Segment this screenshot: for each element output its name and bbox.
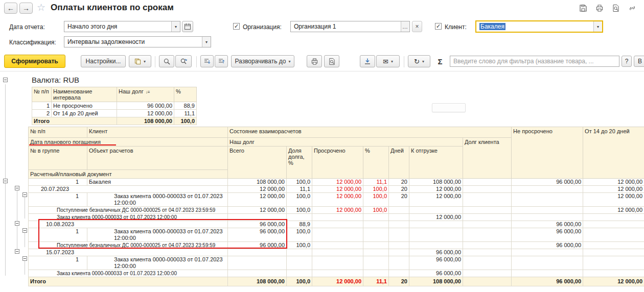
search-button[interactable]	[159, 55, 174, 67]
collapse-groups-button[interactable]	[215, 55, 228, 67]
row-label[interactable]: Заказ клиента 0000-000033 от 01.07.2023 …	[87, 193, 228, 207]
cell-dney[interactable]	[389, 214, 409, 221]
cell-dney[interactable]: 20	[389, 193, 409, 207]
cell-otgr[interactable]: 96 000,00	[409, 249, 463, 256]
cell-vsego[interactable]: 96 000,00	[228, 242, 287, 249]
cell-otgr[interactable]	[409, 228, 463, 242]
organization-clear-button[interactable]: ×	[412, 21, 422, 32]
cell-nepr[interactable]	[512, 270, 583, 277]
cell-o1420[interactable]	[583, 242, 644, 249]
table-row[interactable]: Заказ клиента 0000-000033 от 01.07.2023 …	[29, 214, 644, 221]
cell-dolgkl[interactable]	[463, 270, 512, 277]
cell-dolya[interactable]: 100,0	[287, 193, 312, 207]
back-button[interactable]: ←	[4, 3, 17, 14]
summary-row[interactable]: 2 От 14 до 20 дней 12 000,00 11,1	[32, 110, 197, 117]
tree-collapse-button[interactable]	[22, 192, 27, 197]
cell-dolya[interactable]: 100,0	[287, 228, 312, 242]
cell-pct[interactable]: 100,0	[363, 186, 389, 193]
report-date-field[interactable]: Начало этого дня ▾	[64, 21, 180, 32]
cell-dolya[interactable]: 100,0	[287, 242, 312, 249]
summary-total-row[interactable]: Итого 108 000,00 100,0	[32, 117, 197, 125]
tree-collapse-button[interactable]	[22, 228, 27, 233]
row-number[interactable]: 1	[29, 179, 87, 186]
cell-pct[interactable]	[363, 256, 389, 270]
total-dolgkl[interactable]	[463, 277, 512, 286]
summary-row[interactable]: 1 Не просрочено 96 000,00 88,9	[32, 102, 197, 110]
cell-o1420[interactable]: 12 000,00	[583, 186, 644, 193]
cell-dolgkl[interactable]	[463, 179, 512, 186]
cell-pct[interactable]	[363, 242, 389, 249]
cell-dney[interactable]	[389, 221, 409, 228]
cell-dolgkl[interactable]	[463, 256, 512, 270]
cell-dolgkl[interactable]	[463, 193, 512, 207]
table-row[interactable]: 1Бакалея108 000,00100,012 000,0011,12010…	[29, 179, 644, 186]
cell-otgr[interactable]: 96 000,00	[409, 270, 463, 277]
cell-dney[interactable]	[389, 256, 409, 270]
get-link-button[interactable]	[626, 3, 639, 14]
cell-o1420[interactable]	[583, 228, 644, 242]
print-icon-button[interactable]	[593, 3, 606, 14]
cell-prosr[interactable]: 12 000,00	[312, 207, 363, 214]
row-number[interactable]: 1	[29, 256, 87, 270]
row-label[interactable]: Заказ клиента 0000-000033 от 01.07.2023 …	[87, 256, 228, 270]
summary-pct[interactable]: 11,1	[174, 110, 197, 117]
cell-nepr[interactable]	[512, 186, 583, 193]
cell-prosr[interactable]: 12 000,00	[312, 186, 363, 193]
cell-dolgkl[interactable]	[463, 221, 512, 228]
cell-nepr[interactable]	[512, 193, 583, 207]
cell-nepr[interactable]: 96 000,00	[512, 221, 583, 228]
table-row[interactable]: 1Заказ клиента 0000-000033 от 01.07.2023…	[29, 228, 644, 242]
row-label[interactable]: Заказ клиента 0000-000033 от 01.07.2023 …	[87, 228, 228, 242]
help-button[interactable]: ?	[622, 56, 632, 67]
cell-nepr[interactable]: 96 000,00	[512, 228, 583, 242]
execute-button[interactable]: В	[634, 56, 644, 67]
organization-choose-button[interactable]: …	[401, 21, 409, 32]
reset-search-button[interactable]	[175, 55, 192, 67]
cell-o1420[interactable]	[583, 270, 644, 277]
summary-total-pct[interactable]: 100,0	[174, 117, 197, 125]
cell-dney[interactable]	[389, 242, 409, 249]
cell-vsego[interactable]: 96 000,00	[228, 228, 287, 242]
cell-o1420[interactable]	[583, 221, 644, 228]
cell-o1420[interactable]	[583, 256, 644, 270]
filter-input[interactable]	[450, 56, 619, 67]
table-row[interactable]: Заказ клиента 0000-000033 от 01.07.2023 …	[29, 270, 644, 277]
cell-o1420[interactable]	[583, 214, 644, 221]
cell-vsego[interactable]: 12 000,00	[228, 186, 287, 193]
table-row[interactable]: Поступление безналичных ДС 0000-000025 о…	[29, 242, 644, 249]
cell-pct[interactable]: 11,1	[363, 179, 389, 186]
cell-dolgkl[interactable]	[463, 207, 512, 214]
cell-o1420[interactable]: 12 000,00	[583, 193, 644, 207]
row-label[interactable]: Заказ клиента 0000-000033 от 01.07.2023 …	[29, 270, 228, 277]
row-label[interactable]: Бакалея	[87, 179, 228, 186]
refresh-button[interactable]: ↻ ▾	[408, 55, 430, 67]
cell-otgr[interactable]: 12 000,00	[409, 214, 463, 221]
cell-vsego[interactable]: 12 000,00	[228, 193, 287, 207]
classification-dropdown[interactable]: ▾	[202, 37, 211, 47]
summary-pct[interactable]: 88,9	[174, 102, 197, 110]
cell-pct[interactable]: 100,0	[363, 207, 389, 214]
settings-button[interactable]: Настройки...	[81, 55, 126, 67]
cell-nepr[interactable]	[512, 249, 583, 256]
classification-field[interactable]: Интервалы задолженности ▾	[64, 36, 211, 47]
cell-pct[interactable]	[363, 221, 389, 228]
cell-dney[interactable]: 20	[389, 186, 409, 193]
summary-name[interactable]: От 14 до 20 дней	[52, 110, 117, 117]
summary-num[interactable]: 2	[32, 110, 52, 117]
expand-groups-button[interactable]	[200, 55, 214, 67]
cell-nepr[interactable]	[512, 207, 583, 214]
summary-debt[interactable]: 12 000,00	[117, 110, 174, 117]
table-row[interactable]: 10.08.202396 000,0088,996 000,00	[29, 221, 644, 228]
cell-dney[interactable]: 20	[389, 179, 409, 186]
total-dolya[interactable]: 100,0	[287, 277, 312, 286]
tree-collapse-button[interactable]	[15, 249, 19, 254]
cell-vsego[interactable]	[228, 249, 287, 256]
cell-dolya[interactable]	[287, 270, 312, 277]
find-in-report-button[interactable]	[609, 3, 623, 14]
cell-nepr[interactable]: 96 000,00	[512, 242, 583, 249]
cell-dolya[interactable]	[287, 249, 312, 256]
tree-collapse-button[interactable]	[3, 179, 8, 183]
report-date-dropdown[interactable]: ▾	[171, 21, 180, 32]
summary-name[interactable]: Не просрочено	[52, 102, 117, 110]
cell-vsego[interactable]	[228, 214, 287, 221]
